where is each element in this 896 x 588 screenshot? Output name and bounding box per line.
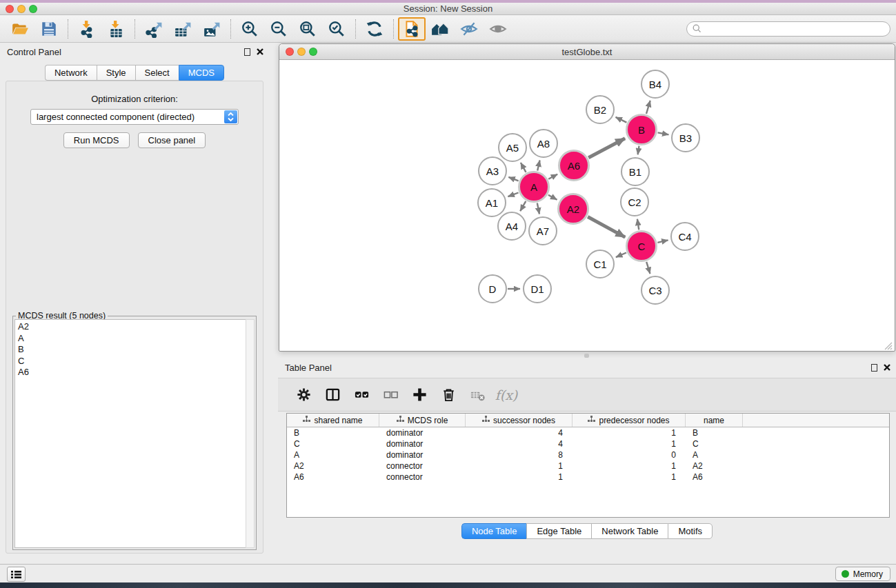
mcds-result-item[interactable]: C	[18, 356, 246, 367]
cell: C	[287, 438, 379, 449]
graph-node-D1[interactable]: D1	[523, 274, 552, 303]
graph-node-A1[interactable]: A1	[477, 188, 506, 217]
tab-select[interactable]: Select	[135, 65, 179, 81]
node-table[interactable]: shared nameMCDS rolesuccessor nodesprede…	[286, 413, 890, 518]
import-network-icon[interactable]	[72, 18, 101, 40]
graph-node-A8[interactable]: A8	[529, 129, 558, 158]
search-field[interactable]	[686, 21, 890, 37]
graph-node-B[interactable]: B	[626, 114, 657, 145]
close-panel-icon[interactable]	[257, 47, 263, 57]
control-panel-tabs: NetworkStyleSelectMCDS	[0, 65, 269, 81]
panel-divider-handle[interactable]	[584, 354, 589, 358]
column-header-name[interactable]: name	[686, 414, 743, 427]
tab-edge-table[interactable]: Edge Table	[526, 523, 591, 539]
table-body: Bdominator41BCdominator41CAdominator80AA…	[287, 427, 889, 483]
cell: 1	[573, 438, 686, 449]
float-panel-icon[interactable]	[244, 48, 250, 56]
mcds-result-list[interactable]: A2ABCA6	[14, 319, 246, 548]
mcds-result-item[interactable]: A6	[18, 367, 246, 378]
export-table-icon[interactable]	[168, 18, 197, 40]
split-panel-icon[interactable]	[319, 383, 346, 407]
graph-node-D[interactable]: D	[478, 274, 507, 303]
zoom-selected-icon[interactable]	[322, 18, 351, 40]
show-details-icon[interactable]	[484, 18, 512, 40]
import-table-icon[interactable]	[101, 18, 130, 40]
memory-button[interactable]: Memory	[835, 567, 890, 581]
graph-node-A[interactable]: A	[518, 171, 550, 203]
graph-node-A2[interactable]: A2	[557, 193, 589, 225]
mcds-result-item[interactable]: A	[18, 333, 246, 345]
tab-node-table[interactable]: Node Table	[461, 523, 527, 539]
result-scrollbar[interactable]	[246, 319, 255, 548]
delete-column-icon[interactable]	[435, 383, 461, 407]
float-table-panel-icon[interactable]	[871, 364, 877, 372]
mcds-result-item[interactable]: A2	[18, 321, 246, 333]
column-header-successor-nodes[interactable]: successor nodes	[466, 414, 573, 427]
column-header-MCDS-role[interactable]: MCDS role	[379, 414, 466, 427]
save-session-icon[interactable]	[34, 18, 63, 40]
main-titlebar[interactable]: Session: New Session	[0, 3, 896, 15]
run-mcds-button[interactable]: Run MCDS	[63, 132, 130, 148]
zoom-fit-icon[interactable]	[293, 18, 322, 40]
table-settings-icon[interactable]	[290, 383, 317, 407]
network-canvas[interactable]: B4B2BB3A8A5A6A3B1AC2A1A2A4A7C4CC1DD1C3	[280, 61, 894, 350]
table-row[interactable]: A6connector11A6	[287, 472, 889, 483]
toolbar-icon-strip	[6, 15, 512, 42]
session-title: Session: New Session	[0, 3, 896, 14]
task-history-button[interactable]	[7, 567, 26, 582]
tab-network-table[interactable]: Network Table	[591, 523, 668, 539]
tab-mcds[interactable]: MCDS	[179, 65, 224, 81]
graph-node-A6[interactable]: A6	[558, 150, 590, 181]
close-panel-button[interactable]: Close panel	[138, 132, 206, 148]
network-view-window[interactable]: testGlobe.txt B4B2BB3A8A5A6A3B1AC2A1A2A4…	[279, 43, 895, 352]
table-row[interactable]: A2connector11A2	[287, 460, 889, 472]
column-header-shared-name[interactable]: shared name	[287, 414, 379, 427]
column-header-predecessor-nodes[interactable]: predecessor nodes	[573, 414, 686, 427]
table-row[interactable]: Bdominator41B	[287, 427, 889, 438]
export-network-icon[interactable]	[139, 18, 168, 40]
select-all-icon[interactable]	[348, 383, 375, 407]
export-image-icon[interactable]	[197, 18, 226, 40]
graph-node-A5[interactable]: A5	[498, 133, 527, 162]
deselect-all-icon[interactable]	[377, 383, 404, 407]
graph-node-C1[interactable]: C1	[586, 250, 615, 278]
neighbors-icon[interactable]	[426, 18, 455, 40]
criterion-select[interactable]: largest connected component (directed)	[30, 109, 239, 125]
hide-details-icon[interactable]	[455, 18, 484, 40]
optimization-criterion-label: Optimization criterion:	[6, 94, 263, 104]
cell: 0	[573, 449, 686, 460]
zoom-in-icon[interactable]	[235, 18, 264, 40]
cell: connector	[379, 472, 466, 483]
resize-grip-icon[interactable]	[884, 341, 893, 349]
cell: dominator	[379, 449, 466, 460]
tab-motifs[interactable]: Motifs	[668, 523, 713, 539]
graph-node-A4[interactable]: A4	[497, 212, 526, 241]
graph-node-C3[interactable]: C3	[641, 276, 670, 305]
zoom-out-icon[interactable]	[264, 18, 293, 40]
add-column-icon[interactable]	[406, 383, 432, 407]
search-icon	[692, 23, 702, 34]
table-row[interactable]: Adominator80A	[287, 449, 889, 460]
table-row[interactable]: Cdominator41C	[287, 438, 889, 449]
graph-node-B4[interactable]: B4	[641, 70, 670, 99]
graph-node-C4[interactable]: C4	[670, 222, 699, 251]
tab-style[interactable]: Style	[97, 65, 135, 81]
graph-node-C[interactable]: C	[626, 230, 657, 262]
delete-table-icon	[464, 383, 490, 407]
search-input[interactable]	[686, 21, 890, 37]
open-session-icon[interactable]	[6, 18, 34, 40]
memory-label: Memory	[853, 569, 883, 579]
mcds-result-item[interactable]: B	[18, 344, 246, 356]
cell: 1	[573, 427, 686, 438]
graph-node-B1[interactable]: B1	[621, 157, 650, 186]
graph-node-B2[interactable]: B2	[586, 95, 615, 124]
tab-network[interactable]: Network	[45, 65, 97, 81]
refresh-layout-icon[interactable]	[360, 18, 389, 40]
graph-node-A7[interactable]: A7	[528, 216, 557, 245]
network-window-titlebar[interactable]: testGlobe.txt	[279, 44, 895, 60]
graph-node-B3[interactable]: B3	[671, 123, 700, 152]
graph-node-C2[interactable]: C2	[620, 187, 649, 216]
graph-node-A3[interactable]: A3	[478, 156, 507, 185]
close-table-panel-icon[interactable]	[884, 363, 890, 373]
new-network-icon[interactable]	[398, 17, 426, 41]
